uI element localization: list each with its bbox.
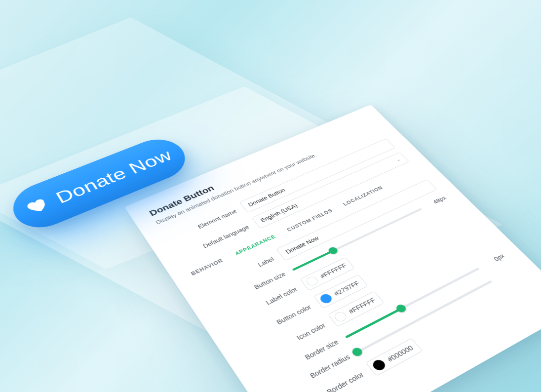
- scene-root: Donate Now Donate Button Display an anim…: [0, 0, 541, 392]
- button-color-value: #2797FF: [333, 280, 361, 297]
- border-color-swatch: [371, 358, 387, 372]
- border-radius-readout: [497, 268, 516, 278]
- default-language-value: English (USA): [259, 203, 299, 224]
- border-size-readout: 0px: [482, 253, 506, 268]
- button-size-readout: 48px: [425, 195, 448, 208]
- label-color-swatch: [305, 275, 320, 287]
- chevron-down-icon: ⌄: [394, 157, 402, 162]
- settings-panel: Donate Button Display an animated donati…: [124, 105, 541, 392]
- tab-behavior[interactable]: BEHAVIOR: [190, 258, 225, 276]
- icon-color-value: #FFFFFF: [347, 297, 377, 315]
- heart-icon: [24, 196, 52, 218]
- appearance-label-value: Donate Now: [284, 235, 320, 255]
- label-color-value: #FFFFFF: [319, 262, 348, 279]
- icon-color-swatch: [333, 311, 348, 323]
- border-color-value: #000000: [386, 344, 415, 363]
- button-color-swatch: [318, 292, 334, 305]
